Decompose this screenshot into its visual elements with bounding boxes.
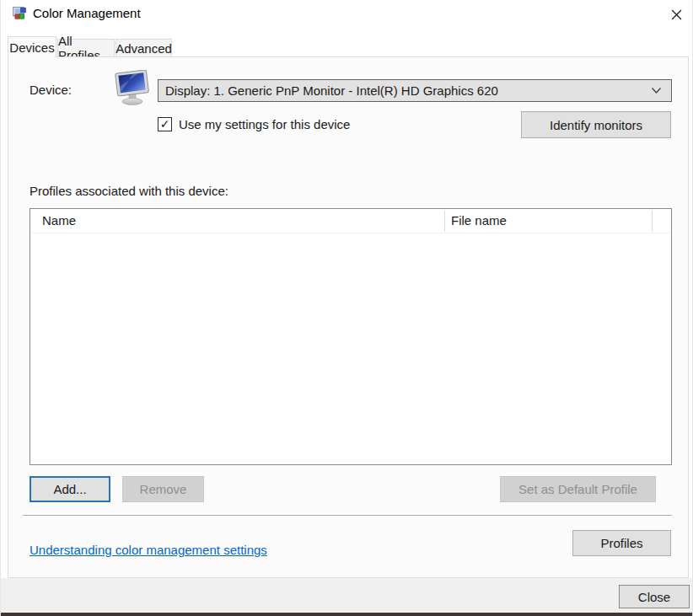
tab-advanced-label: Advanced	[116, 41, 172, 56]
monitor-icon	[113, 70, 152, 107]
checkmark-icon: ✓	[160, 118, 170, 130]
close-button-footer[interactable]: Close	[619, 585, 690, 608]
profiles-list-header: Name File name	[30, 209, 671, 233]
tab-advanced[interactable]: Advanced	[116, 39, 172, 56]
profiles-associated-label: Profiles associated with this device:	[30, 184, 228, 198]
add-button[interactable]: Add...	[30, 476, 110, 502]
window-bottom-edge	[1, 613, 693, 616]
set-default-profile-button[interactable]: Set as Default Profile	[500, 476, 656, 502]
devices-tab-page: Device: Display: 1. Generic PnP Monitor …	[8, 56, 689, 578]
remove-button[interactable]: Remove	[122, 476, 204, 502]
title-bar: Color Management	[1, 0, 693, 29]
window-title: Color Management	[33, 6, 141, 20]
device-dropdown[interactable]: Display: 1. Generic PnP Monitor - Intel(…	[158, 79, 672, 102]
dialog-footer: Close	[1, 578, 693, 613]
close-icon	[671, 9, 682, 20]
close-button[interactable]	[664, 3, 688, 26]
profiles-button[interactable]: Profiles	[572, 530, 671, 556]
use-settings-checkbox[interactable]: ✓	[158, 117, 172, 131]
understanding-link[interactable]: Understanding color management settings	[30, 543, 267, 557]
profiles-list-body[interactable]	[30, 234, 671, 464]
tab-devices[interactable]: Devices	[8, 36, 56, 57]
device-label: Device:	[30, 83, 72, 97]
profiles-list[interactable]: Name File name	[30, 208, 672, 465]
column-header-file-name[interactable]: File name	[451, 213, 507, 228]
use-settings-label: Use my settings for this device	[179, 117, 350, 131]
separator-line	[23, 515, 672, 516]
color-management-icon	[12, 6, 27, 21]
tab-devices-label: Devices	[9, 40, 54, 55]
column-divider[interactable]	[444, 211, 445, 232]
device-dropdown-value: Display: 1. Generic PnP Monitor - Intel(…	[158, 83, 651, 98]
chevron-down-icon	[651, 87, 662, 94]
tab-all-profiles[interactable]: All Profiles	[57, 39, 115, 56]
identify-monitors-button[interactable]: Identify monitors	[521, 111, 671, 138]
column-header-name[interactable]: Name	[42, 213, 76, 228]
column-divider[interactable]	[652, 211, 653, 232]
